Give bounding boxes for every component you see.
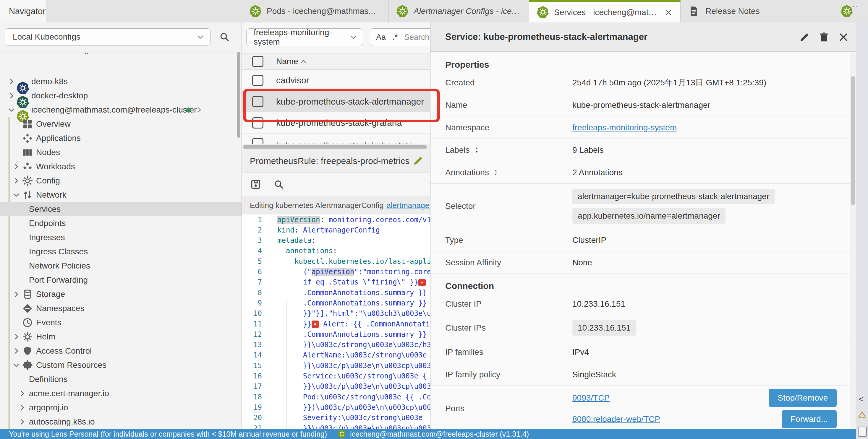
chevron-right-icon[interactable] <box>18 418 26 426</box>
value-badge: alertmanager=kube-prometheus-stack-alert… <box>572 189 775 204</box>
sidebar-item-autoscaling-k8s-io[interactable]: autoscaling.k8s.io <box>0 415 242 429</box>
table-row-cadvisor[interactable]: cadvisor <box>242 70 430 91</box>
helm-icon <box>22 331 33 342</box>
sidebar-item-events[interactable]: Events <box>0 315 242 330</box>
sort-updown-icon[interactable] <box>473 146 480 154</box>
forward-button[interactable]: Forward... <box>782 410 837 428</box>
chevron-right-icon[interactable] <box>12 333 20 341</box>
apps-icon <box>22 133 33 144</box>
port-link-9093/TCP[interactable]: 9093/TCP <box>572 393 610 403</box>
sidebar-item-access-control[interactable]: Access Control <box>0 344 242 358</box>
chevron-right-icon[interactable] <box>8 78 16 86</box>
chevron-right-icon[interactable] <box>8 92 16 100</box>
code-line: 11 }}✶ Alert: {{ .CommonAnnotati <box>242 319 430 329</box>
sort-ascending-icon[interactable] <box>300 58 307 65</box>
breadcrumb-resource-link[interactable]: alertmanager <box>386 201 430 210</box>
line-number: 7 <box>242 278 262 286</box>
navigator-panel-tab[interactable]: Navigator <box>0 0 46 23</box>
chevron-down-icon <box>350 33 358 41</box>
edit-pencil-icon[interactable] <box>412 155 424 167</box>
drawer-scrollbar[interactable] <box>850 53 856 429</box>
row-checkbox[interactable] <box>252 75 264 86</box>
search-icon[interactable] <box>219 31 230 42</box>
sidebar-item-overview[interactable]: Overview <box>0 117 242 131</box>
edit-pencil-icon[interactable] <box>799 31 810 43</box>
drawer-body: PropertiesCreated254d 17h 50m ago (2025年… <box>430 53 850 429</box>
code-line: 7 if eq .Status \"firing\" }}✶ <box>242 277 430 288</box>
close-icon[interactable] <box>664 8 673 16</box>
chevron-right-icon[interactable] <box>12 163 20 170</box>
sidebar-item-network-policies[interactable]: Network Policies <box>0 259 242 273</box>
chevron-right-icon[interactable] <box>196 106 203 113</box>
horizontal-scrollbar[interactable] <box>242 144 430 149</box>
sidebar-item-ingresses[interactable]: Ingresses <box>0 230 242 245</box>
scrollbar-thumb[interactable] <box>243 145 427 148</box>
yaml-code-editor[interactable]: 1apiVersion: monitoring.coreos.com/v12ki… <box>242 214 430 429</box>
close-icon[interactable] <box>838 31 849 43</box>
editor-title: PrometheusRule: freepeals-prod-metrics <box>250 156 409 166</box>
sidebar-item-services[interactable]: Services <box>0 202 242 216</box>
sidebar-item-config[interactable]: Config <box>0 174 242 188</box>
save-icon[interactable] <box>250 178 261 190</box>
chevron-right-icon[interactable] <box>18 404 26 411</box>
sidebar-scrollbar[interactable] <box>237 52 240 138</box>
sidebar-item-network[interactable]: Network <box>0 188 242 202</box>
chevron-down-icon[interactable] <box>12 361 20 369</box>
sidebar-item-custom-resources[interactable]: Custom Resources <box>0 358 242 372</box>
sidebar-item-helm[interactable]: Helm <box>0 330 242 344</box>
tab-pods-icecheng-mathmas-[interactable]: Pods - icecheng@mathmas... <box>242 0 389 23</box>
search-icon[interactable] <box>273 179 284 190</box>
sidebar-item-demo-k8s[interactable]: demo-k8s <box>0 74 242 89</box>
namespace-link[interactable]: freeleaps-monitoring-system <box>572 123 677 132</box>
tab-release-notes[interactable]: Release Notes <box>681 0 833 23</box>
sort-updown-icon[interactable] <box>492 169 500 176</box>
sidebar-item-ingress-classes[interactable]: Ingress Classes <box>0 245 242 259</box>
partial-window-icon <box>858 427 867 437</box>
sidebar-item-acme-cert-manager-io[interactable]: acme.cert-manager.io <box>0 386 242 401</box>
kubeconfig-select[interactable]: Local Kubeconfigs <box>5 28 211 45</box>
port-link-8080:reloader-web/TCP[interactable]: 8080:reloader-web/TCP <box>572 414 660 424</box>
sidebar-item-docker-desktop[interactable]: docker-desktop <box>0 89 242 103</box>
chevron-right-icon[interactable] <box>12 347 20 355</box>
row-checkbox[interactable] <box>252 96 264 107</box>
sidebar-item-namespaces[interactable]: Namespaces <box>0 301 242 315</box>
sidebar-item-applications[interactable]: Applications <box>0 131 242 145</box>
chevron-right-icon[interactable] <box>12 177 20 184</box>
column-header-name[interactable]: Name <box>276 57 298 66</box>
chevron-right-icon[interactable] <box>12 291 20 298</box>
row-checkbox[interactable] <box>252 117 264 129</box>
sidebar-item-argoproj-io[interactable]: argoproj.io <box>0 401 242 415</box>
select-all-checkbox[interactable] <box>252 56 264 67</box>
sidebar-item-definitions[interactable]: Definitions <box>0 372 242 386</box>
sidebar-item-workloads[interactable]: Workloads <box>0 160 242 174</box>
trash-icon[interactable] <box>818 31 830 43</box>
sidebar-item-endpoints[interactable]: Endpoints <box>0 216 242 230</box>
sidebar-item-nodes[interactable]: Nodes <box>0 145 242 160</box>
namespace-select[interactable]: freeleaps-monitoring-system <box>246 28 363 46</box>
sidebar-item-icecheng-mathmast-com-freeleaps-cluster[interactable]: icecheng@mathmast.com@freeleaps-cluster <box>0 103 242 117</box>
tab-alertmanager-configs-icec-[interactable]: Alertmanager Configs - icec... <box>389 0 529 23</box>
editor-toolbar <box>242 172 430 196</box>
stop-remove-button[interactable]: Stop/Remove <box>769 389 837 407</box>
puzzle-icon <box>22 360 33 371</box>
scrollbar-thumb[interactable] <box>851 76 855 205</box>
chevron-down-icon[interactable] <box>12 191 20 199</box>
chevron-right-icon[interactable] <box>18 390 26 397</box>
match-case-toggle[interactable]: Aa <box>376 33 386 42</box>
chevron-down-icon[interactable] <box>8 106 16 114</box>
sidebar-item-storage[interactable]: Storage <box>0 287 242 301</box>
list-search-input[interactable]: Aa .* Search <box>370 28 430 46</box>
sidebar-item-port-forwarding[interactable]: Port Forwarding <box>0 273 242 287</box>
storage-icon <box>22 289 33 300</box>
row-checkbox[interactable] <box>252 138 264 144</box>
tab-services-icecheng-math-[interactable]: Services - icecheng@math... <box>529 0 681 23</box>
regex-toggle[interactable]: .* <box>392 33 398 42</box>
tab-partial[interactable] <box>833 0 868 23</box>
table-row-kube-prometheus-stack-alertmanager[interactable]: kube-prometheus-stack-alertmanager <box>242 91 430 112</box>
collapse-chevron[interactable]: < <box>859 394 864 404</box>
table-row-kube-prometheus-stack-grafana[interactable]: kube-prometheus-stack-grafana <box>242 112 430 134</box>
detail-row-labels: Labels9 Labels <box>430 139 850 161</box>
alarm-emoji: ✶ <box>418 279 426 286</box>
detail-row-name: Namekube-prometheus-stack-alertmanager <box>430 94 850 116</box>
table-row-partial[interactable]: kube-prometheus-stack-kube-state <box>242 134 430 144</box>
